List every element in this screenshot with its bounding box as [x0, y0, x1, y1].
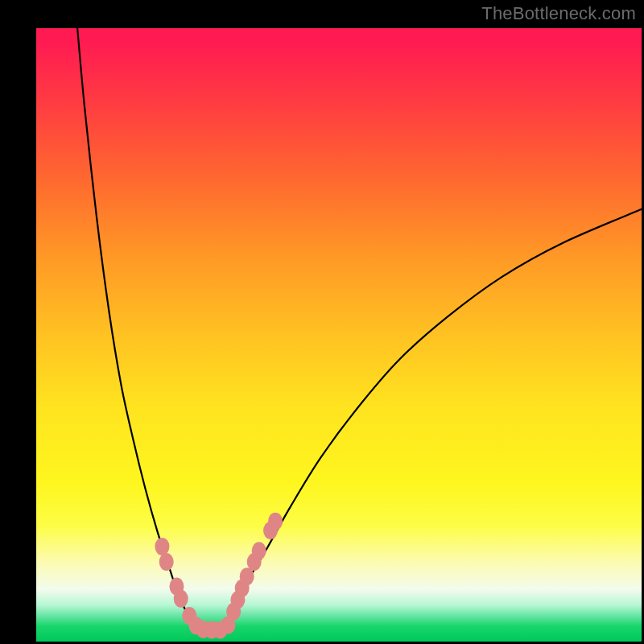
right-curve — [224, 209, 642, 630]
chart-frame: TheBottleneck.com — [0, 0, 644, 644]
marker-bead — [240, 568, 254, 585]
marker-group — [155, 513, 283, 639]
left-curve — [77, 28, 200, 630]
marker-bead — [159, 553, 174, 571]
curves-svg — [36, 28, 642, 642]
marker-bead — [252, 542, 266, 559]
watermark-text: TheBottleneck.com — [481, 3, 636, 24]
marker-bead — [155, 538, 169, 555]
marker-bead — [174, 590, 188, 608]
marker-bead — [268, 513, 283, 530]
plot-area — [36, 28, 642, 642]
